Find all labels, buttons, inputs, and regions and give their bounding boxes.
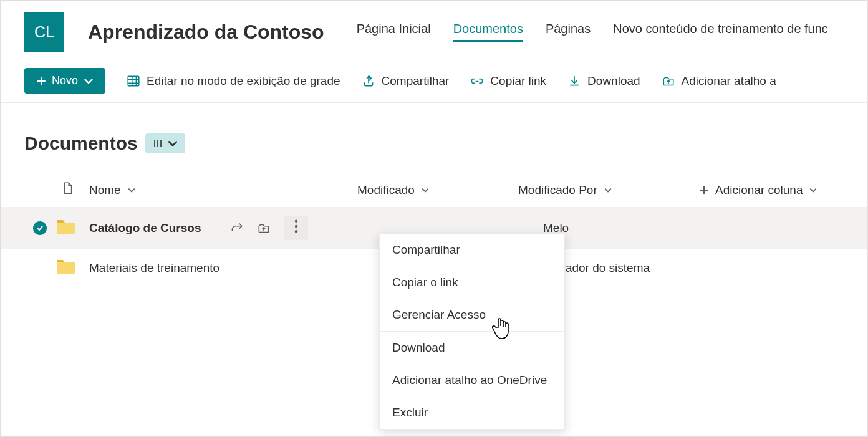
top-nav: Página Inicial Documentos Páginas Novo c… — [357, 22, 828, 42]
plus-icon — [699, 185, 709, 195]
column-name-label: Nome — [89, 183, 121, 197]
copy-link-label: Copiar link — [490, 74, 546, 88]
chevron-down-icon — [127, 186, 136, 194]
add-shortcut-button[interactable]: Adicionar atalho a — [662, 74, 776, 88]
download-label: Download — [587, 74, 640, 88]
menu-item-add-shortcut[interactable]: Adicionar atalho ao OneDrive — [380, 364, 564, 396]
row-select-checkbox[interactable] — [33, 261, 47, 275]
copy-link-button[interactable]: Copiar link — [470, 74, 546, 88]
site-logo-initials: CL — [34, 23, 54, 41]
menu-item-share[interactable]: Compartilhar — [380, 234, 564, 266]
shortcut-icon[interactable] — [257, 221, 271, 235]
grid-edit-label: Editar no modo de exibição de grade — [147, 74, 340, 88]
library-title: Documentos — [24, 133, 138, 154]
svg-point-2 — [295, 225, 297, 228]
site-logo[interactable]: CL — [24, 12, 64, 52]
column-modified-by-header[interactable]: Modificado Por — [518, 183, 687, 197]
new-button[interactable]: Novo — [24, 68, 105, 94]
row-inline-actions — [229, 216, 308, 240]
share-button[interactable]: Compartilhar — [362, 74, 450, 88]
folder-icon — [55, 218, 77, 235]
chevron-down-icon — [604, 186, 612, 194]
column-name-header[interactable]: Nome — [89, 183, 357, 197]
chevron-down-icon — [83, 75, 94, 87]
add-shortcut-label: Adicionar atalho a — [682, 74, 776, 88]
menu-item-delete[interactable]: Excluir — [380, 396, 564, 429]
share-icon — [362, 74, 375, 88]
row-select-checkbox[interactable] — [33, 221, 47, 235]
svg-point-3 — [295, 230, 297, 233]
menu-item-download[interactable]: Download — [380, 331, 564, 364]
nav-item-home[interactable]: Página Inicial — [357, 22, 431, 42]
svg-point-1 — [295, 220, 297, 223]
nav-item-documents[interactable]: Documentos — [453, 22, 523, 42]
library-view-icon — [152, 137, 164, 150]
column-modified-by-label: Modificado Por — [518, 183, 597, 197]
file-icon — [60, 181, 74, 195]
context-menu: Compartilhar Copiar o link Gerenciar Ace… — [379, 233, 565, 430]
download-button[interactable]: Download — [567, 74, 640, 88]
more-vertical-icon — [289, 219, 303, 233]
chevron-down-icon — [166, 137, 179, 150]
add-column-button[interactable]: Adicionar coluna — [687, 183, 867, 197]
column-modified-label: Modificado — [357, 183, 415, 197]
share-icon[interactable] — [229, 221, 243, 235]
plus-icon — [36, 75, 47, 87]
library-header: Documentos — [1, 103, 867, 173]
more-options-button[interactable] — [284, 216, 308, 240]
row-name-cell[interactable]: Catálogo de Cursos — [89, 216, 357, 240]
grid-edit-button[interactable]: Editar no modo de exibição de grade — [127, 74, 340, 88]
share-label: Compartilhar — [382, 74, 450, 88]
folder-icon — [55, 257, 77, 275]
site-header: CL Aprendizado da Contoso Página Inicial… — [1, 1, 867, 59]
row-name-text: Materiais de treinamento — [89, 261, 219, 275]
grid-icon — [127, 74, 140, 88]
column-modified-header[interactable]: Modificado — [357, 183, 518, 197]
check-icon — [36, 224, 44, 233]
new-label: Novo — [52, 74, 78, 87]
view-switcher[interactable] — [145, 133, 185, 153]
add-column-label: Adicionar coluna — [715, 183, 803, 197]
nav-item-pages[interactable]: Páginas — [546, 22, 591, 42]
table-header-row: Nome Modificado Modificado Por Adicionar… — [1, 173, 867, 207]
menu-item-manage-access[interactable]: Gerenciar Acesso — [380, 299, 564, 331]
site-title[interactable]: Aprendizado da Contoso — [88, 21, 324, 44]
chevron-down-icon — [809, 186, 817, 194]
command-bar: Novo Editar no modo de exibição de grade… — [1, 59, 867, 103]
nav-item-new-content[interactable]: Novo conteúdo de treinamento de func — [613, 22, 828, 42]
chevron-down-icon — [421, 186, 430, 194]
link-icon — [470, 74, 484, 88]
shortcut-icon — [662, 74, 675, 88]
menu-item-copy-link[interactable]: Copiar o link — [380, 266, 564, 299]
download-icon — [567, 74, 581, 88]
row-name-text: Catálogo de Cursos — [89, 221, 201, 235]
svg-rect-0 — [128, 76, 139, 85]
row-name-cell[interactable]: Materiais de treinamento — [89, 261, 357, 275]
